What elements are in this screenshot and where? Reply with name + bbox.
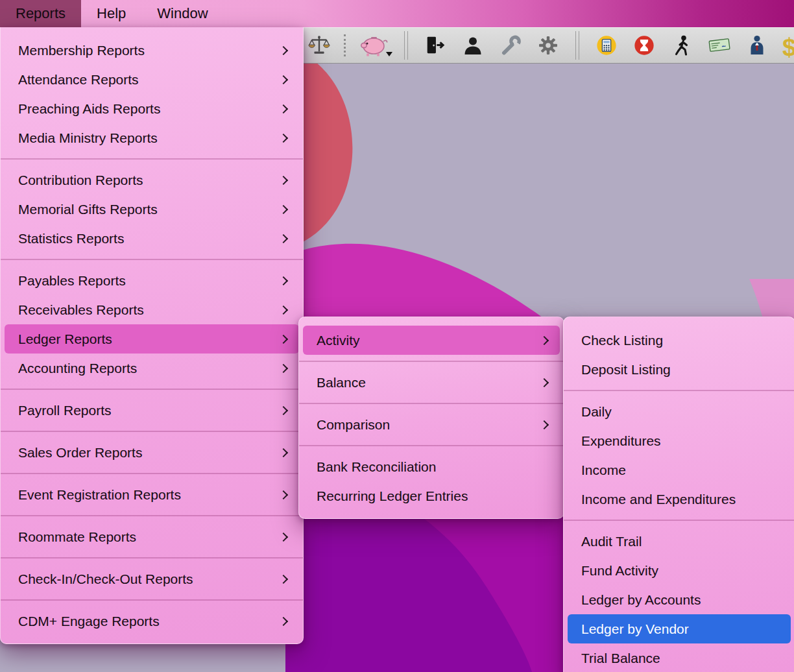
menu-item-deposit-listing[interactable]: Deposit Listing — [568, 355, 791, 384]
submenu-chevron-icon — [279, 490, 288, 499]
menu-item-label: Ledger by Accounts — [581, 592, 782, 608]
menu-separator — [1, 389, 303, 390]
submenu-chevron-icon — [279, 532, 288, 541]
menu-item-ledger-by-accounts[interactable]: Ledger by Accounts — [568, 585, 791, 614]
submenu-chevron-icon — [279, 305, 288, 314]
menu-item-label: Income — [581, 462, 782, 478]
wrench-icon[interactable] — [498, 31, 523, 60]
menu-item-label: Sales Order Reports — [18, 445, 280, 461]
submenu-chevron-icon — [279, 363, 288, 372]
menu-item-label: Memorial Gifts Reports — [18, 202, 280, 217]
menu-item-check-listing[interactable]: Check Listing — [568, 326, 791, 355]
menu-item-daily[interactable]: Daily — [568, 397, 791, 426]
submenu-chevron-icon — [279, 133, 288, 142]
submenu-chevron-icon — [540, 378, 549, 387]
menu-separator — [1, 557, 303, 558]
menu-item-receivables-reports[interactable]: Receivables Reports — [5, 295, 299, 324]
gear-icon[interactable] — [535, 31, 561, 60]
menu-item-income[interactable]: Income — [568, 455, 791, 485]
submenu-chevron-icon — [279, 175, 288, 184]
walking-person-icon[interactable] — [669, 31, 695, 60]
scales-icon[interactable] — [306, 31, 332, 60]
menu-item-label: Check-In/Check-Out Reports — [18, 571, 280, 587]
menu-separator — [1, 259, 303, 260]
exit-door-icon[interactable] — [422, 31, 448, 60]
menu-item-label: Preaching Aids Reports — [18, 101, 280, 117]
menu-item-label: Attendance Reports — [18, 72, 280, 88]
menu-item-comparison[interactable]: Comparison — [303, 410, 560, 439]
menu-separator — [1, 599, 303, 601]
submenu-chevron-icon — [279, 574, 288, 583]
menu-item-balance[interactable]: Balance — [303, 368, 560, 397]
menubar-item-label: Window — [157, 5, 208, 22]
check-icon[interactable] — [706, 31, 732, 60]
menu-item-label: Contribution Reports — [18, 173, 280, 188]
menu-item-memorial-gifts-reports[interactable]: Memorial Gifts Reports — [5, 195, 299, 224]
menu-item-attendance-reports[interactable]: Attendance Reports — [5, 65, 299, 94]
menu-item-income-and-expenditures[interactable]: Income and Expenditures — [568, 485, 791, 514]
menu-separator — [1, 515, 303, 516]
menu-item-label: Membership Reports — [18, 43, 280, 58]
submenu-chevron-icon — [279, 334, 288, 343]
menu-item-statistics-reports[interactable]: Statistics Reports — [5, 224, 299, 253]
menu-item-payables-reports[interactable]: Payables Reports — [5, 266, 299, 295]
menu-item-membership-reports[interactable]: Membership Reports — [5, 36, 299, 65]
menu-item-event-registration-reports[interactable]: Event Registration Reports — [5, 480, 299, 509]
menu-item-label: Ledger Reports — [18, 331, 280, 347]
menu-item-label: Comparison — [317, 417, 541, 433]
menu-item-fund-activity[interactable]: Fund Activity — [568, 556, 791, 585]
menubar-item-help[interactable]: Help — [81, 0, 141, 27]
menu-item-label: Check Listing — [581, 333, 782, 348]
menu-item-cdm-engage-reports[interactable]: CDM+ Engage Reports — [5, 606, 299, 636]
submenu-chevron-icon — [279, 448, 288, 457]
menu-item-label: Activity — [317, 333, 541, 348]
submenu-chevron-icon — [279, 75, 288, 84]
menu-item-bank-reconciliation[interactable]: Bank Reconciliation — [303, 452, 560, 481]
toolbar-group-divider — [575, 31, 579, 60]
menu-separator — [1, 431, 303, 432]
submenu-chevron-icon — [279, 204, 288, 213]
menu-bar: Reports Help Window — [0, 0, 794, 27]
submenu-chevron-icon — [279, 616, 288, 625]
calculator-icon[interactable] — [594, 31, 620, 60]
submenu-chevron-icon — [279, 405, 288, 414]
menu-item-label: Balance — [317, 375, 541, 390]
menu-separator — [299, 445, 564, 446]
menu-item-check-in-check-out-reports[interactable]: Check-In/Check-Out Reports — [5, 564, 299, 594]
submenu-chevron-icon — [279, 45, 288, 54]
submenu-chevron-icon — [540, 420, 549, 429]
menu-item-accounting-reports[interactable]: Accounting Reports — [5, 354, 299, 383]
menu-separator — [299, 361, 564, 362]
menu-item-media-ministry-reports[interactable]: Media Ministry Reports — [5, 123, 299, 152]
piggy-bank-icon[interactable] — [357, 31, 390, 60]
toolbar-group-divider — [404, 31, 408, 60]
menu-item-trial-balance[interactable]: Trial Balance — [568, 643, 791, 672]
menu-item-activity[interactable]: Activity — [303, 326, 560, 355]
menu-item-preaching-aids-reports[interactable]: Preaching Aids Reports — [5, 94, 299, 123]
menu-item-label: CDM+ Engage Reports — [18, 614, 280, 629]
menu-item-label: Expenditures — [581, 433, 782, 449]
menu-item-expenditures[interactable]: Expenditures — [568, 426, 791, 455]
submenu-chevron-icon — [279, 276, 288, 285]
menubar-item-window[interactable]: Window — [141, 0, 223, 27]
menu-item-sales-order-reports[interactable]: Sales Order Reports — [5, 438, 299, 467]
menu-item-roommate-reports[interactable]: Roommate Reports — [5, 522, 299, 551]
menu-item-contribution-reports[interactable]: Contribution Reports — [5, 165, 299, 195]
menu-item-ledger-reports[interactable]: Ledger Reports — [5, 324, 299, 354]
menubar-item-label: Reports — [16, 5, 66, 22]
ledger-reports-submenu: Activity Balance Comparison Bank Reconci… — [298, 317, 564, 519]
staff-icon[interactable] — [744, 31, 770, 60]
menu-separator — [1, 158, 303, 160]
hourglass-icon[interactable] — [631, 31, 657, 60]
dollar-icon[interactable]: $ — [782, 34, 794, 62]
menu-item-ledger-by-vendor[interactable]: Ledger by Vendor — [568, 614, 791, 643]
user-icon[interactable] — [460, 31, 486, 60]
menu-item-label: Roommate Reports — [18, 529, 280, 545]
menu-item-label: Fund Activity — [581, 563, 782, 579]
menu-item-label: Accounting Reports — [18, 361, 280, 376]
menu-separator — [564, 520, 794, 521]
menu-item-audit-trail[interactable]: Audit Trail — [568, 527, 791, 556]
menu-item-payroll-reports[interactable]: Payroll Reports — [5, 396, 299, 425]
menu-item-recurring-ledger-entries[interactable]: Recurring Ledger Entries — [303, 481, 560, 510]
menubar-item-reports[interactable]: Reports — [0, 0, 81, 27]
